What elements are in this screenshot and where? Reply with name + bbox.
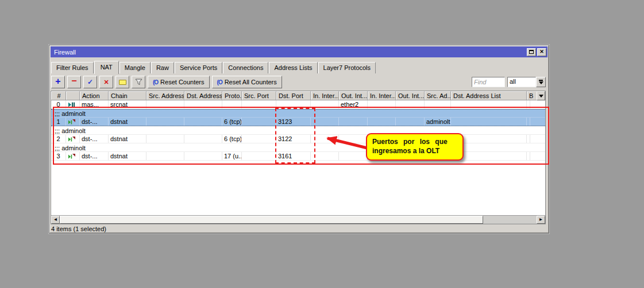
cell-src_addr_list <box>425 100 451 108</box>
comment-row[interactable]: ;;; adminolt <box>51 126 545 135</box>
plus-icon: + <box>55 77 60 86</box>
tab-layer7-protocols[interactable]: Layer7 Protocols <box>318 62 376 73</box>
comment-button[interactable] <box>115 76 129 88</box>
cell-num: 3 <box>51 152 66 160</box>
cell-out_iface_list <box>396 118 425 126</box>
maximize-icon <box>529 50 534 54</box>
tab-address-lists[interactable]: Address Lists <box>269 62 317 73</box>
header-cell-src-address[interactable]: Src. Address <box>146 91 184 100</box>
header-cell-action[interactable]: Action <box>80 91 109 100</box>
cell-dst_address <box>184 118 222 126</box>
header-cell-in-inter[interactable]: In. Inter... <box>368 91 396 100</box>
tab-nat[interactable]: NAT <box>94 61 119 74</box>
header-cell-in-inter[interactable]: In. Inter... <box>311 91 339 100</box>
comment-text: ;;; adminolt <box>55 144 86 151</box>
cell-bytes <box>527 100 530 108</box>
table-row[interactable]: 2dst-...dstnat6 (tcp)3122 <box>51 135 545 143</box>
cell-proto <box>222 100 242 108</box>
cell-out_iface <box>339 118 368 126</box>
right-arrow-icon: ► <box>539 217 543 222</box>
title-bar: Firewall ✕ <box>51 46 547 57</box>
table-row[interactable]: 1dst-...dstnat6 (tcp)3123adminolt <box>51 118 545 126</box>
remove-rule-button[interactable]: − <box>67 76 81 88</box>
header-cell-[interactable]: # <box>51 91 66 100</box>
firewall-window: Firewall ✕ Filter RulesNATMangleRawServi… <box>49 45 549 233</box>
cell-out_iface <box>339 135 368 143</box>
comment-row[interactable]: ;;; adminolt <box>51 143 545 152</box>
reset-counters-icon: (O <box>217 79 222 85</box>
tab-filter-rules[interactable]: Filter Rules <box>51 62 94 73</box>
cell-bytes <box>527 135 530 143</box>
cell-icon <box>66 152 80 160</box>
dstnat-action-icon <box>68 136 75 142</box>
filter-select[interactable]: all <box>507 77 546 87</box>
scroll-right-button[interactable]: ► <box>537 216 545 224</box>
header-cell-src-port[interactable]: Src. Port <box>242 91 276 100</box>
header-cell-dst-address-list[interactable]: Dst. Address List <box>451 91 527 100</box>
cross-icon: ✕ <box>103 79 109 85</box>
comment-row[interactable]: ;;; adminolt <box>51 109 545 118</box>
header-cell-dst-port[interactable]: Dst. Port <box>276 91 311 100</box>
scrollbar-track[interactable] <box>483 216 537 224</box>
chevron-down-icon <box>539 95 543 98</box>
tab-connections[interactable]: Connections <box>223 62 268 73</box>
table-row[interactable]: 0mas...srcnatether2 <box>51 100 545 109</box>
header-cell-out-int[interactable]: Out. Int... <box>339 91 368 100</box>
scrollbar-thumb[interactable] <box>60 216 483 224</box>
reset-counters-label: Reset Counters <box>160 79 204 85</box>
tab-raw[interactable]: Raw <box>151 62 174 73</box>
cell-chain: dstnat <box>109 118 146 126</box>
header-cell-proto[interactable]: Proto... <box>222 91 242 100</box>
header-cell-src-ad[interactable]: Src. Ad... <box>425 91 451 100</box>
cell-action: dst-... <box>80 135 109 143</box>
left-arrow-icon: ◄ <box>53 217 58 222</box>
cell-dst_port <box>276 100 311 108</box>
cell-src_port <box>242 100 276 108</box>
comment-text: ;;; adminolt <box>55 110 86 117</box>
find-input[interactable] <box>472 77 505 87</box>
tab-service-ports[interactable]: Service Ports <box>175 62 222 73</box>
header-cell-icon[interactable] <box>66 91 80 100</box>
filter-dropdown-button[interactable] <box>536 77 546 87</box>
minus-icon: − <box>71 76 76 85</box>
cell-out_iface: ether2 <box>339 100 368 108</box>
cell-src_addr_list: adminolt <box>425 118 451 126</box>
cell-num: 2 <box>51 135 66 143</box>
annotation-callout: Puertos por los que ingresamos a la OLT <box>366 133 464 161</box>
cell-out_iface_list <box>396 100 425 108</box>
cell-num: 1 <box>51 118 66 126</box>
status-bar: 4 items (1 selected) <box>51 225 106 233</box>
cell-action: dst-... <box>80 118 109 126</box>
maximize-button[interactable] <box>527 48 536 56</box>
callout-text-line2: ingresamos a la OLT <box>372 146 457 155</box>
tab-mangle[interactable]: Mangle <box>119 62 151 73</box>
filter-funnel-icon <box>135 79 142 85</box>
comment-icon <box>119 80 126 85</box>
cell-in_iface <box>311 152 339 160</box>
filter-button[interactable] <box>132 76 145 88</box>
cell-icon <box>66 100 80 108</box>
scroll-left-button[interactable]: ◄ <box>51 216 60 224</box>
cell-bytes <box>527 118 530 126</box>
reset-counters-button[interactable]: (O Reset Counters <box>148 76 210 88</box>
cell-proto: 17 (u... <box>222 152 242 160</box>
disable-rule-button[interactable]: ✕ <box>99 76 113 88</box>
horizontal-scrollbar[interactable]: ◄ ► <box>51 215 545 224</box>
cell-src_address <box>146 118 184 126</box>
add-rule-button[interactable]: + <box>51 76 65 88</box>
header-cell-out-int[interactable]: Out. Int... <box>396 91 425 100</box>
reset-all-counters-button[interactable]: (O Reset All Counters <box>212 76 282 88</box>
cell-proto: 6 (tcp) <box>222 135 242 143</box>
cell-in_iface <box>311 100 339 108</box>
cell-icon <box>66 118 80 126</box>
header-cell-dst-address[interactable]: Dst. Address <box>184 91 222 100</box>
header-cell-chain[interactable]: Chain <box>109 91 146 100</box>
masquerade-action-icon <box>68 102 75 108</box>
cell-in_iface <box>311 135 339 143</box>
table-row[interactable]: 3dst-...dstnat17 (u...3161 <box>51 152 545 161</box>
reset-all-counters-label: Reset All Counters <box>225 79 277 85</box>
close-button[interactable]: ✕ <box>537 48 546 56</box>
enable-rule-button[interactable]: ✓ <box>83 76 97 88</box>
column-select-button[interactable] <box>537 91 545 100</box>
cell-in_iface_list <box>368 118 396 126</box>
